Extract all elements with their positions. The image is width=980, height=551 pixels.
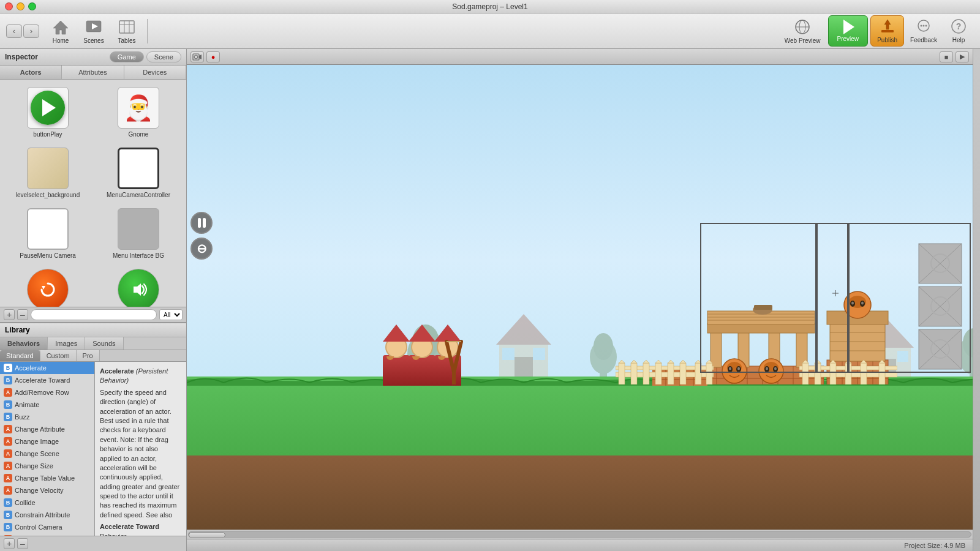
badge-add-remove-row: A <box>4 388 12 397</box>
lib-tab-behaviors[interactable]: Behaviors <box>0 337 48 350</box>
badge-control-camera: B <box>4 523 12 531</box>
selection-box-3 <box>848 223 971 373</box>
remove-actor-button[interactable]: – <box>17 309 28 320</box>
behavior-item-collide[interactable]: B Collide <box>0 497 94 509</box>
help-icon: ? <box>951 18 967 36</box>
scene-right-scrollbar[interactable] <box>973 49 980 551</box>
svg-marker-27 <box>496 314 551 345</box>
pause-button[interactable] <box>190 212 213 234</box>
actor-item-menucam[interactable]: MenuCameraController <box>96 145 181 201</box>
scene-area: ● ■ ▶ <box>187 49 973 551</box>
lib-tab-images[interactable]: Images <box>48 337 85 350</box>
behavior-label-accelerate-toward: Accelerate Toward <box>15 377 70 384</box>
scene-play-btn[interactable]: ▶ <box>956 51 969 62</box>
actor-filter-select[interactable]: All <box>159 309 183 320</box>
scene-resize-btn[interactable]: ■ <box>940 51 953 62</box>
badge-collide: B <box>4 498 12 507</box>
publish-icon <box>880 18 895 36</box>
behavior-item-control-camera[interactable]: B Control Camera <box>0 521 94 533</box>
help-button[interactable]: ? Help <box>943 16 974 46</box>
behavior-item-accelerate-toward[interactable]: B Accelerate Toward <box>0 374 94 386</box>
behavior-item-change-size[interactable]: A Change Size <box>0 460 94 472</box>
back-forward-nav: ‹ › <box>6 24 39 38</box>
tab-actors[interactable]: Actors <box>0 66 62 79</box>
web-preview-button[interactable]: Web Preview <box>780 15 826 47</box>
behavior-label-change-table-value: Change Table Value <box>15 474 75 482</box>
behavior-detail-link[interactable]: Accelerate Toward <box>100 523 159 530</box>
behavior-item-change-attribute[interactable]: A Change Attribute <box>0 423 94 435</box>
svg-line-44 <box>454 342 461 372</box>
scene-view[interactable]: ⊖ <box>187 65 973 530</box>
badge-change-table-value: A <box>4 474 12 482</box>
actor-section: Actors Attributes Devices buttonPlay <box>0 66 186 323</box>
svg-rect-122 <box>643 363 649 384</box>
inspector-tab-scene[interactable]: Scene <box>146 51 181 62</box>
home-label: Home <box>53 37 69 44</box>
behavior-item-buzz[interactable]: B Buzz <box>0 411 94 423</box>
behavior-item-add-remove-row[interactable]: A Add/Remove Row <box>0 386 94 399</box>
close-button[interactable] <box>5 2 13 10</box>
toolbar: ‹ › Home Scenes Tables Web Preview Prev <box>0 13 980 49</box>
publish-button[interactable]: Publish <box>870 15 904 47</box>
svg-rect-3 <box>119 21 134 33</box>
behavior-item-change-velocity[interactable]: A Change Velocity <box>0 484 94 497</box>
actor-grid[interactable]: buttonPlay 🎅 Gnome levelselect_backgroun… <box>0 80 186 307</box>
tab-attributes[interactable]: Attributes <box>62 66 124 79</box>
toolbar-separator-1 <box>147 19 148 43</box>
actor-item-buttonPlay[interactable]: buttonPlay <box>5 84 91 140</box>
behavior-item-animate[interactable]: B Animate <box>0 399 94 411</box>
tab-devices[interactable]: Devices <box>124 66 186 79</box>
add-library-button[interactable]: + <box>4 538 15 549</box>
actor-tabs: Actors Attributes Devices <box>0 66 186 80</box>
forward-button[interactable]: › <box>23 24 39 38</box>
behavior-item-accelerate[interactable]: B Accelerate <box>0 362 94 374</box>
actor-item-levelbg[interactable]: levelselect_background <box>5 145 91 201</box>
behavior-item-change-scene[interactable]: A Change Scene <box>0 448 94 460</box>
preview-button[interactable]: Preview <box>828 15 869 47</box>
actor-thumb-buttonPlay <box>27 87 69 129</box>
library-subtabs: Standard Custom Pro <box>0 350 186 362</box>
back-button[interactable]: ‹ <box>6 24 22 38</box>
home-button[interactable]: Home <box>45 15 76 47</box>
library-main-tabs: Behaviors Images Sounds <box>0 337 186 350</box>
lib-tab-sounds[interactable]: Sounds <box>85 337 123 350</box>
inspector-tab-game[interactable]: Game <box>110 51 144 62</box>
scenes-button[interactable]: Scenes <box>78 15 109 47</box>
replay-icon <box>37 279 59 301</box>
scene-camera-btn[interactable] <box>190 51 204 62</box>
lib-subtab-standard[interactable]: Standard <box>0 350 40 361</box>
remove-library-button[interactable]: – <box>17 538 28 549</box>
zoom-out-icon: ⊖ <box>197 242 207 255</box>
behavior-label-buzz: Buzz <box>15 413 29 421</box>
preview-icon <box>843 20 854 34</box>
lib-subtab-pro[interactable]: Pro <box>77 350 100 361</box>
svg-marker-129 <box>680 360 686 363</box>
actor-item-menubg[interactable]: Menu Interface BG <box>96 206 181 261</box>
scene-overlay-buttons: ⊖ <box>190 212 213 260</box>
tables-button[interactable]: Tables <box>111 15 142 47</box>
actor-search-input[interactable] <box>31 309 157 320</box>
actor-item-sound[interactable]: menuSound <box>96 266 181 307</box>
feedback-button[interactable]: Feedback <box>907 16 941 46</box>
play-triangle <box>42 99 56 116</box>
scene-record-btn[interactable]: ● <box>206 51 220 62</box>
scroll-thumb[interactable] <box>189 532 225 538</box>
actor-item-replay[interactable]: menuReplay <box>5 266 91 307</box>
svg-point-14 <box>923 25 925 27</box>
badge-buzz: B <box>4 413 12 421</box>
maximize-button[interactable] <box>28 2 36 10</box>
behavior-item-change-image[interactable]: A Change Image <box>0 435 94 448</box>
svg-rect-120 <box>631 363 637 384</box>
behavior-item-constrain-attribute[interactable]: B Constrain Attribute <box>0 509 94 521</box>
lib-subtab-custom[interactable]: Custom <box>40 350 77 361</box>
actor-item-Gnome[interactable]: 🎅 Gnome <box>96 84 181 140</box>
zoom-out-button[interactable]: ⊖ <box>190 238 213 260</box>
behavior-item-change-table-value[interactable]: A Change Table Value <box>0 472 94 484</box>
add-actor-button[interactable]: + <box>4 309 15 320</box>
scene-horizontal-scrollbar[interactable] <box>187 530 973 539</box>
actor-label-Gnome: Gnome <box>129 131 149 138</box>
minimize-button[interactable] <box>17 2 24 10</box>
actor-item-pausecam[interactable]: PauseMenu Camera <box>5 206 91 261</box>
library-content: B Accelerate B Accelerate Toward A Add/R… <box>0 362 186 536</box>
behavior-label-change-attribute: Change Attribute <box>15 425 65 433</box>
